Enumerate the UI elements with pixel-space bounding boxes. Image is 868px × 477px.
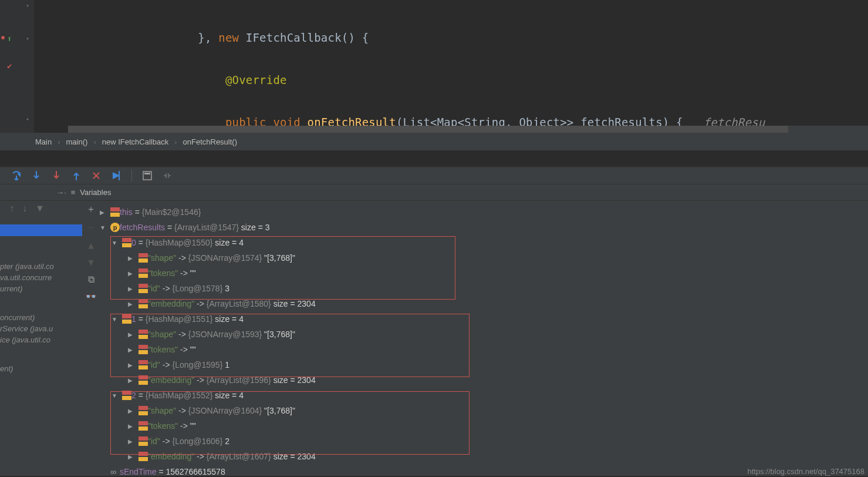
stack-frame[interactable]: ice (java.util.co	[0, 335, 82, 344]
expand-icon[interactable]: ▶	[128, 270, 135, 277]
variables-tree[interactable]: ▶ this = {Main$2@1546} ▼ p fetchResults …	[100, 201, 868, 476]
tree-node[interactable]: ▶ "shape" -> {JSONArray@1574} "[3,768]"	[100, 250, 868, 266]
step-over-icon[interactable]	[12, 171, 21, 180]
object-icon	[122, 391, 131, 400]
tree-node[interactable]: ▶ "shape" -> {JSONArray@1604} "[3,768]"	[100, 403, 868, 418]
tree-node[interactable]: ▼ 0 = {HashMap@1550} size = 4	[100, 235, 868, 250]
code-area[interactable]: }, new IFetchCallback() { @Override publ…	[34, 0, 868, 133]
tree-node[interactable]: ▶ "id" -> {Long@1578} 3	[100, 281, 868, 296]
tree-node[interactable]: ▼ p fetchResults = {ArrayList@1547} size…	[100, 220, 868, 235]
svg-rect-2	[144, 173, 150, 174]
duplicate-icon[interactable]: ⧉	[88, 274, 94, 285]
filter-icon[interactable]: ▼	[35, 203, 45, 214]
tree-node-label: "embedding" -> {ArrayList@1607} size = 2…	[148, 452, 316, 461]
step-out-icon[interactable]	[72, 171, 81, 180]
fold-icon[interactable]: ▾	[26, 35, 29, 42]
tree-node[interactable]: ▶ "shape" -> {JSONArray@1593} "[3,768]"	[100, 327, 868, 342]
chevron-right-icon: ›	[93, 137, 96, 146]
move-up-icon[interactable]: ▲	[88, 240, 94, 251]
stack-frame[interactable]: urrent)	[0, 284, 82, 293]
tree-node-label: "embedding" -> {ArrayList@1596} size = 2…	[148, 375, 316, 385]
tree-node-label: "id" -> {Long@1595} 1	[148, 360, 229, 369]
expand-icon[interactable]: ▶	[128, 331, 135, 338]
toolbar-separator	[131, 170, 132, 182]
stack-frame[interactable]: rService (java.u	[0, 324, 82, 333]
panel-splitter[interactable]	[0, 150, 868, 167]
tree-node[interactable]: ▶ "id" -> {Long@1595} 1	[100, 357, 868, 372]
code-editor[interactable]: ⬆ ● ✔ ▾ ▾ ▴ }, new IFetchCallback() { @O…	[0, 0, 868, 133]
stack-frame[interactable]: ent)	[0, 364, 82, 373]
tree-node-label: "shape" -> {JSONArray@1593} "[3,768]"	[148, 330, 295, 339]
vcs-down-icon[interactable]: ●	[1, 34, 5, 41]
horizontal-scrollbar[interactable]	[68, 126, 868, 133]
tree-node-label: 0 = {HashMap@1550} size = 4	[131, 238, 244, 247]
evaluate-expression-icon[interactable]	[143, 171, 152, 180]
remove-watch-icon[interactable]: －	[86, 221, 96, 234]
scrollbar-thumb[interactable]	[68, 126, 788, 133]
expand-icon[interactable]: ▶	[128, 362, 135, 368]
variables-label[interactable]: Variables	[80, 188, 111, 197]
expand-icon[interactable]: ▼	[112, 392, 119, 399]
tree-node[interactable]: ▶ "embedding" -> {ArrayList@1580} size =…	[100, 296, 868, 311]
tree-node[interactable]: ▶ "tokens" -> ""	[100, 418, 868, 434]
expand-icon[interactable]: ▶	[128, 301, 135, 307]
tree-node[interactable]: ▶ "embedding" -> {ArrayList@1607} size =…	[100, 449, 868, 464]
breadcrumb-item[interactable]: new IFetchCallback	[102, 137, 168, 146]
restore-layout-icon[interactable]: →·	[56, 188, 66, 197]
tree-node[interactable]: ▶ this = {Main$2@1546}	[100, 204, 868, 220]
expand-icon[interactable]: ▶	[100, 209, 107, 216]
stack-frame[interactable]: oncurrent)	[0, 313, 82, 322]
object-icon	[139, 406, 148, 415]
expand-icon[interactable]: ▶	[128, 377, 135, 384]
stack-frame[interactable]: pter (java.util.co	[0, 262, 82, 271]
breadcrumb-item[interactable]: Main	[35, 137, 52, 146]
force-step-into-icon[interactable]	[52, 171, 61, 180]
add-watch-icon[interactable]: ＋	[86, 203, 96, 216]
breadcrumb-item[interactable]: onFetchResult()	[183, 137, 237, 146]
tree-node[interactable]: ▶ "embedding" -> {ArrayList@1596} size =…	[100, 372, 868, 388]
tree-node[interactable]: ▶ "tokens" -> ""	[100, 266, 868, 281]
object-icon	[139, 330, 148, 339]
fold-icon[interactable]: ▾	[26, 2, 29, 9]
expand-icon[interactable]: ▶	[128, 423, 135, 429]
expand-icon[interactable]: ▶	[128, 408, 135, 414]
editor-gutter: ⬆ ● ✔ ▾ ▾ ▴	[0, 0, 34, 133]
expand-icon[interactable]: ▶	[128, 285, 135, 292]
tree-node[interactable]: ▼ 2 = {HashMap@1552} size = 4	[100, 388, 868, 403]
tree-node-label: this = {Main$2@1546}	[120, 207, 201, 217]
vcs-arrow-icon[interactable]: ⬆	[7, 34, 12, 43]
link-icon: ∞	[110, 467, 116, 476]
tree-node[interactable]: ▼ 1 = {HashMap@1551} size = 4	[100, 311, 868, 327]
tree-node-label: fetchResults = {ArrayList@1547} size = 3	[120, 223, 270, 232]
tree-node[interactable]: ▶ "id" -> {Long@1606} 2	[100, 434, 868, 449]
stack-frame[interactable]: va.util.concurre	[0, 273, 82, 282]
expand-icon[interactable]: ▶	[128, 255, 135, 261]
expand-icon[interactable]: ▶	[128, 454, 135, 460]
move-down-icon[interactable]: ▼	[88, 257, 94, 268]
tree-node[interactable]: ▶ "tokens" -> ""	[100, 342, 868, 357]
run-to-cursor-icon[interactable]	[112, 171, 121, 180]
frames-panel[interactable]: ↑ ↓ ▼ pter (java.util.co va.util.concurr…	[0, 201, 82, 476]
expand-icon[interactable]: ▼	[100, 224, 107, 231]
chevron-right-icon: ›	[174, 137, 177, 146]
variables-tab-header: →· ≡ Variables	[0, 184, 868, 201]
tree-node-label: "id" -> {Long@1578} 3	[148, 284, 229, 293]
breadcrumb-item[interactable]: main()	[66, 137, 88, 146]
object-icon	[110, 207, 120, 217]
prev-frame-icon[interactable]: ↑	[9, 203, 14, 214]
expand-icon[interactable]: ▼	[112, 316, 119, 323]
expand-icon[interactable]: ▶	[128, 438, 135, 445]
breadcrumb: Main › main() › new IFetchCallback › onF…	[0, 133, 868, 150]
code-text: IFetchCallback() {	[246, 31, 369, 44]
expand-icon[interactable]: ▶	[128, 347, 135, 353]
watermark-url: https://blog.csdn.net/qq_37475168	[748, 467, 865, 476]
fold-end-icon[interactable]: ▴	[26, 115, 29, 122]
breakpoint-icon[interactable]: ✔	[7, 61, 12, 70]
frame-selected[interactable]	[0, 224, 82, 236]
trace-current-icon[interactable]	[163, 171, 172, 180]
step-into-icon[interactable]	[32, 171, 41, 180]
expand-icon[interactable]: ▼	[112, 240, 119, 246]
drop-frame-icon[interactable]	[92, 171, 101, 180]
next-frame-icon[interactable]: ↓	[22, 203, 27, 214]
show-watches-icon[interactable]: 👓	[85, 291, 97, 302]
